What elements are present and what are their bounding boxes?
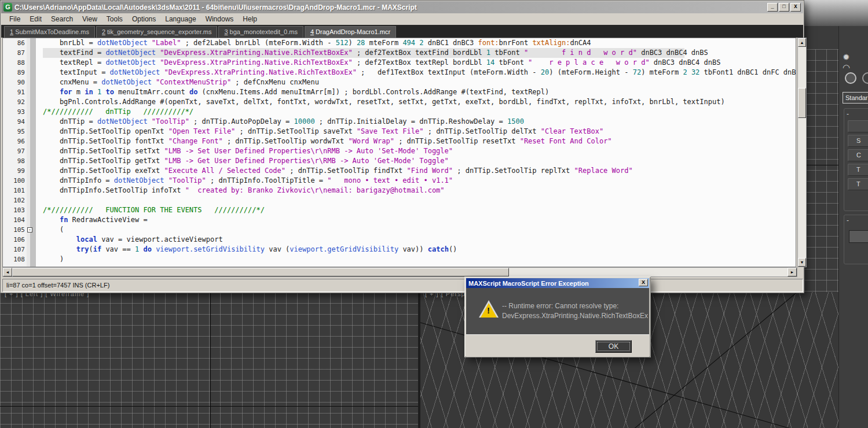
menu-item-tools[interactable]: Tools xyxy=(102,14,127,24)
code-line-92: bgPnl.Controls.AddRange #(openTxt, saveT… xyxy=(43,97,796,107)
line-number: 94 xyxy=(3,117,25,127)
gutter-row: 101 xyxy=(3,186,36,195)
menu-item-language[interactable]: Language xyxy=(160,14,200,24)
fold-margin[interactable] xyxy=(25,87,34,97)
menu-item-edit[interactable]: Edit xyxy=(25,14,46,24)
gutter-row: 91 xyxy=(3,87,36,97)
close-button[interactable]: X xyxy=(790,3,801,12)
primitive-button-1[interactable] xyxy=(848,120,868,132)
name-color-rollout: - xyxy=(844,215,868,264)
scroll-down-icon[interactable]: ▼ xyxy=(798,258,806,267)
line-number: 106 xyxy=(3,235,25,245)
fold-margin[interactable] xyxy=(25,146,34,156)
line-number: 98 xyxy=(3,156,25,166)
gutter-row: 87 xyxy=(3,48,36,58)
horizontal-scroll-thumb[interactable] xyxy=(12,268,509,276)
fold-margin[interactable] xyxy=(25,97,34,107)
menu-item-options[interactable]: Options xyxy=(127,14,160,24)
maxscript-icon: G xyxy=(3,3,12,12)
primitive-button-4[interactable]: T xyxy=(848,164,868,176)
fold-margin[interactable] xyxy=(25,107,34,117)
fold-margin[interactable] xyxy=(25,235,34,245)
maximize-button[interactable]: □ xyxy=(779,3,789,12)
line-number: 90 xyxy=(3,78,25,87)
tab-number: 2 xyxy=(102,28,105,35)
code-line-101: dnTTipInfo.SetToolTip infoTxt " created … xyxy=(43,186,796,195)
left-axis-vertical xyxy=(210,292,211,428)
primitive-button-3[interactable]: C xyxy=(848,149,868,161)
primitives-dropdown[interactable]: Standar xyxy=(843,92,868,104)
geometry-category-icon[interactable] xyxy=(845,72,856,84)
fold-margin[interactable] xyxy=(25,205,34,215)
dialog-button-row: OK xyxy=(466,334,649,357)
left-axis-horizontal xyxy=(0,406,418,407)
tab-submitmaxtodeadline-ms[interactable]: 1SubmitMaxToDeadline.ms xyxy=(4,26,95,38)
fold-margin[interactable] xyxy=(25,245,34,254)
menu-item-windows[interactable]: Windows xyxy=(201,14,239,24)
fold-margin[interactable] xyxy=(25,186,34,195)
viewport-front-strip xyxy=(804,26,838,292)
fold-margin[interactable] xyxy=(25,48,34,58)
title-bar[interactable]: G C:\Users\Adriano\AppData\Local\Autodes… xyxy=(1,1,803,13)
shapes-category-icon[interactable] xyxy=(862,72,868,84)
tab-bga-monotextedit-0-ms[interactable]: 3bga_monotextedit_0.ms xyxy=(218,26,303,38)
gutter-row: 100 xyxy=(3,176,36,186)
primitive-button-5[interactable]: T xyxy=(848,178,868,190)
fold-margin[interactable] xyxy=(25,58,34,68)
horizontal-scrollbar[interactable]: ◄ ► xyxy=(2,267,797,277)
menu-item-file[interactable]: File xyxy=(5,14,25,24)
create-tab-icon[interactable]: ✹ ◠ xyxy=(843,52,868,73)
vertical-scrollbar[interactable]: ▲ ▼ xyxy=(797,38,807,267)
code-line-88: textRepl = dotNetObject "DevExpress.Xtra… xyxy=(43,58,796,68)
scroll-right-icon[interactable]: ► xyxy=(788,268,797,276)
gutter-row: 107 xyxy=(3,245,36,254)
rollout-collapse-icon[interactable]: - xyxy=(844,109,868,118)
minimize-button[interactable]: _ xyxy=(767,3,778,12)
vertical-scroll-thumb[interactable] xyxy=(798,88,806,118)
gutter-row: 89 xyxy=(3,68,36,78)
fold-margin[interactable] xyxy=(25,254,34,264)
fold-margin[interactable] xyxy=(25,68,34,78)
line-number: 108 xyxy=(3,254,25,264)
error-message-line1: -- Runtime error: Cannot resolve type: xyxy=(502,302,618,310)
rollout-collapse-icon-2[interactable]: - xyxy=(844,215,868,224)
line-number: 101 xyxy=(3,186,25,195)
menu-item-view[interactable]: View xyxy=(78,14,102,24)
dialog-title-bar[interactable]: MAXScript MacroScript Error Exception xyxy=(466,278,649,288)
fold-margin[interactable] xyxy=(25,127,34,136)
fold-margin[interactable] xyxy=(25,136,34,146)
fold-collapse-icon[interactable]: - xyxy=(27,227,32,233)
ok-button[interactable]: OK xyxy=(595,340,632,353)
menu-bar: FileEditSearchViewToolsOptionsLanguageWi… xyxy=(1,13,803,25)
dialog-close-icon[interactable]: X xyxy=(639,279,648,286)
fold-margin[interactable] xyxy=(25,156,34,166)
code-area[interactable]: bnrLbl = dotNetObject "Label" ; def2Labe… xyxy=(36,38,796,267)
fold-margin[interactable] xyxy=(25,166,34,176)
fold-margin[interactable] xyxy=(25,78,34,87)
fold-margin[interactable] xyxy=(25,117,34,127)
scroll-up-icon[interactable]: ▲ xyxy=(798,38,806,47)
code-line-100: dnTTipInfo = dotNetObject "ToolTip" ; dn… xyxy=(43,176,796,186)
gutter-row: 104 xyxy=(3,215,36,225)
gutter-row: 105- xyxy=(3,225,36,235)
code-line-103: /*////////// FUNCTION FOR THE EVENTS ///… xyxy=(43,205,796,215)
code-line-98: dnTTip.SetToolTip getTxt "LMB -> Get Use… xyxy=(43,156,796,166)
fold-margin[interactable] xyxy=(25,195,34,205)
viewport-left[interactable]: [ + ] [ Left ] [ Wireframe ] xyxy=(0,292,418,428)
fold-margin[interactable]: - xyxy=(25,225,34,235)
fold-margin[interactable] xyxy=(25,176,34,186)
menu-item-help[interactable]: Help xyxy=(238,14,262,24)
gutter-row: 94 xyxy=(3,117,36,127)
line-number: 88 xyxy=(3,58,25,68)
menu-item-search[interactable]: Search xyxy=(46,14,78,24)
code-line-102 xyxy=(43,195,796,205)
fold-margin[interactable] xyxy=(25,215,34,225)
fold-margin[interactable] xyxy=(25,38,34,48)
tab-draganddrop-macro1-mcr[interactable]: 4DragAndDrop-Macro1.mcr xyxy=(305,26,396,38)
code-editor[interactable]: 8687888990919293949596979899100101102103… xyxy=(2,38,796,267)
primitive-button-2[interactable]: S xyxy=(848,135,868,147)
scroll-left-icon[interactable]: ◄ xyxy=(3,268,12,276)
tab-tik-geometry-sequence-exporter-ms[interactable]: 2tik_geometry_sequence_exporter.ms xyxy=(96,26,218,38)
code-line-89: textInput = dotNetObject "DevExpress.Xtr… xyxy=(43,68,796,78)
object-name-field[interactable] xyxy=(849,230,868,243)
